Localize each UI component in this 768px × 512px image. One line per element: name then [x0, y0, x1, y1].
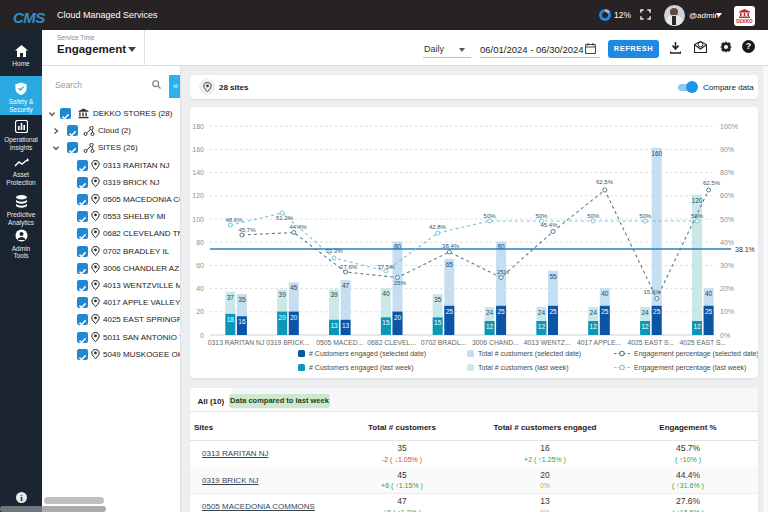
svg-text:0313 RARITAN NJ: 0313 RARITAN NJ: [208, 339, 265, 346]
svg-text:25%: 25%: [394, 280, 407, 286]
svg-text:140: 140: [192, 169, 204, 176]
svg-text:13: 13: [330, 322, 338, 329]
svg-text:40: 40: [382, 290, 390, 297]
svg-text:60%: 60%: [720, 192, 734, 199]
svg-text:20: 20: [196, 308, 204, 315]
svg-text:100%: 100%: [720, 123, 738, 130]
svg-text:37.5%: 37.5%: [377, 264, 395, 270]
svg-text:# Customers engaged (selected: # Customers engaged (selected date): [309, 350, 426, 358]
svg-text:45.7%: 45.7%: [238, 227, 256, 233]
svg-text:90%: 90%: [720, 146, 734, 153]
svg-text:0: 0: [200, 332, 204, 339]
svg-text:40: 40: [196, 285, 204, 292]
svg-text:12: 12: [693, 323, 701, 330]
svg-text:33.3%: 33.3%: [325, 248, 343, 254]
svg-text:160: 160: [651, 150, 662, 157]
svg-text:4013 WENTZ...: 4013 WENTZ...: [524, 339, 571, 346]
svg-text:24: 24: [486, 309, 494, 316]
svg-text:25: 25: [446, 308, 454, 315]
svg-text:Total # customers (selected da: Total # customers (selected date): [478, 350, 581, 358]
svg-text:45.4%: 45.4%: [540, 222, 558, 228]
svg-text:65: 65: [446, 261, 454, 268]
svg-text:50%: 50%: [535, 213, 548, 219]
svg-text:35: 35: [238, 296, 246, 303]
svg-text:24: 24: [641, 309, 649, 316]
svg-text:50%: 50%: [691, 213, 704, 219]
svg-text:0%: 0%: [720, 332, 730, 339]
svg-text:12: 12: [538, 323, 546, 330]
svg-text:# Customers engaged (last week: # Customers engaged (last week): [309, 364, 414, 372]
svg-text:18: 18: [227, 316, 235, 323]
svg-text:24: 24: [538, 309, 546, 316]
svg-text:55: 55: [549, 273, 557, 280]
svg-text:0505 MACED...: 0505 MACED...: [316, 339, 363, 346]
svg-text:160: 160: [192, 146, 204, 153]
svg-text:50%: 50%: [587, 213, 600, 219]
svg-text:13: 13: [342, 322, 350, 329]
svg-text:39: 39: [330, 291, 338, 298]
svg-text:20%: 20%: [720, 285, 734, 292]
svg-text:60: 60: [196, 262, 204, 269]
svg-text:38.1%: 38.1%: [735, 246, 755, 253]
svg-text:16: 16: [238, 318, 246, 325]
svg-text:25: 25: [653, 308, 661, 315]
svg-text:30%: 30%: [720, 262, 734, 269]
svg-text:50%: 50%: [484, 213, 497, 219]
svg-text:50%: 50%: [720, 216, 734, 223]
svg-text:Engagement percentage (last we: Engagement percentage (last week): [634, 364, 746, 372]
svg-text:45: 45: [290, 284, 298, 291]
svg-text:47: 47: [342, 282, 350, 289]
svg-text:10%: 10%: [720, 308, 734, 315]
svg-text:62.5%: 62.5%: [703, 180, 721, 186]
svg-text:12: 12: [590, 323, 598, 330]
svg-text:Engagement percentage (selecte: Engagement percentage (selected date): [634, 350, 758, 358]
svg-text:25: 25: [705, 308, 713, 315]
svg-text:15: 15: [382, 319, 390, 326]
svg-text:48.6%: 48.6%: [225, 217, 243, 223]
svg-text:24: 24: [590, 309, 598, 316]
svg-text:25: 25: [497, 308, 505, 315]
svg-text:0702 BRADL...: 0702 BRADL...: [421, 339, 466, 346]
svg-text:12: 12: [486, 323, 494, 330]
svg-text:62.5%: 62.5%: [596, 179, 614, 185]
svg-text:12: 12: [641, 323, 649, 330]
svg-text:4017 APPLE...: 4017 APPLE...: [577, 339, 621, 346]
svg-text:15.6%: 15.6%: [643, 289, 661, 295]
svg-text:4025 EAST S...: 4025 EAST S...: [679, 339, 726, 346]
svg-text:Total # customers (last week): Total # customers (last week): [478, 364, 569, 372]
svg-text:20: 20: [394, 314, 402, 321]
svg-text:40%: 40%: [720, 239, 734, 246]
svg-text:35: 35: [434, 296, 442, 303]
svg-text:80: 80: [196, 239, 204, 246]
svg-text:15: 15: [434, 319, 442, 326]
svg-text:20: 20: [279, 314, 287, 321]
svg-text:37: 37: [227, 294, 235, 301]
svg-text:120: 120: [692, 197, 703, 204]
svg-text:40: 40: [705, 290, 713, 297]
svg-text:20: 20: [290, 314, 298, 321]
svg-text:180: 180: [192, 123, 204, 130]
svg-text:40: 40: [601, 290, 609, 297]
svg-text:100: 100: [192, 216, 204, 223]
svg-text:4025 EAST S...: 4025 EAST S...: [628, 339, 675, 346]
svg-text:27.6%: 27.6%: [340, 264, 358, 270]
svg-text:0319 BRICK...: 0319 BRICK...: [266, 339, 310, 346]
svg-text:25: 25: [601, 308, 609, 315]
svg-text:39: 39: [279, 291, 287, 298]
svg-text:44.4%: 44.4%: [289, 224, 307, 230]
svg-text:25: 25: [549, 308, 557, 315]
svg-text:3006 CHAND...: 3006 CHAND...: [472, 339, 519, 346]
svg-text:120: 120: [192, 192, 204, 199]
svg-text:42.8%: 42.8%: [429, 224, 447, 230]
svg-text:50%: 50%: [639, 213, 652, 219]
svg-text:80%: 80%: [720, 169, 734, 176]
svg-text:25%: 25%: [497, 269, 510, 275]
svg-text:0682 CLEVEL...: 0682 CLEVEL...: [367, 339, 416, 346]
svg-text:38.4%: 38.4%: [442, 243, 460, 249]
svg-text:51.2%: 51.2%: [276, 215, 294, 221]
